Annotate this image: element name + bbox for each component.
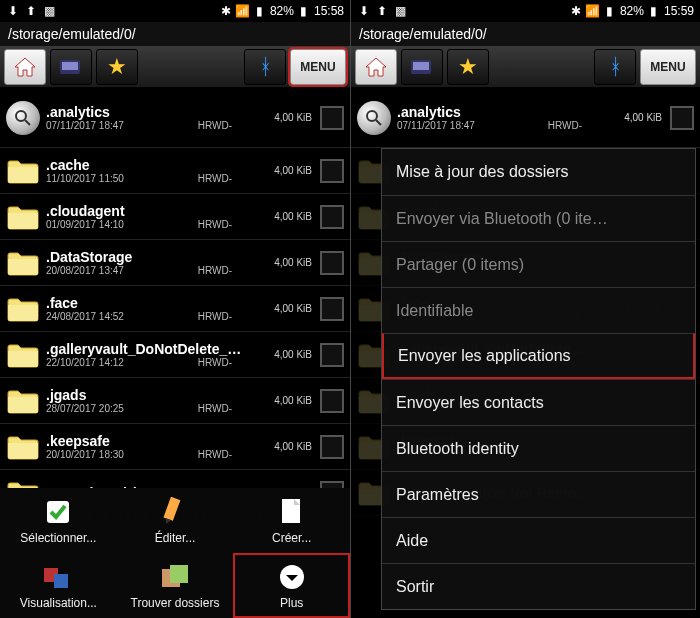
file-checkbox[interactable] — [320, 481, 344, 489]
file-checkbox[interactable] — [320, 106, 344, 130]
file-perm: HRWD- — [198, 357, 232, 368]
file-text: .jgads28/07/2017 20:25HRWD- — [46, 387, 242, 414]
file-row[interactable]: .jgads28/07/2017 20:25HRWD-4,00 KiB — [0, 378, 350, 424]
bottom-menu-eye[interactable]: Visualisation... — [0, 553, 117, 618]
file-checkbox[interactable] — [320, 159, 344, 183]
file-text: .DataStorage20/08/2017 13:47HRWD- — [46, 249, 242, 276]
bottom-menu-label: Visualisation... — [20, 596, 97, 610]
file-date: 07/11/2017 18:47 — [46, 120, 124, 131]
menu-button[interactable]: MENU — [640, 49, 696, 85]
file-perm: HRWD- — [198, 449, 232, 460]
more-icon — [276, 561, 308, 593]
status-bar: ⬇ ⬆ ▩ ✱ 📶 ▮ 82% ▮ 15:59 — [351, 0, 700, 22]
favorites-button[interactable]: ★ — [447, 49, 489, 85]
context-menu-item[interactable]: Mise à jour des dossiers — [382, 149, 695, 195]
file-checkbox[interactable] — [320, 435, 344, 459]
file-checkbox[interactable] — [320, 389, 344, 413]
file-perm: HRWD- — [198, 265, 232, 276]
file-name: .cloudagent — [46, 203, 242, 219]
bottom-menu-pencil[interactable]: Éditer... — [117, 488, 234, 553]
file-row[interactable]: .cache11/10/2017 11:50HRWD-4,00 KiB — [0, 148, 350, 194]
upload-icon: ⬆ — [24, 4, 38, 18]
svg-line-17 — [376, 120, 381, 125]
svg-marker-0 — [15, 58, 35, 76]
folder-icon — [6, 202, 40, 232]
svg-point-16 — [367, 111, 377, 121]
file-date: 28/07/2017 20:25 — [46, 403, 124, 414]
file-size: 4,00 KiB — [242, 257, 312, 268]
bluetooth-button[interactable]: ᚼ — [244, 49, 286, 85]
file-name: .face — [46, 295, 242, 311]
path-bar[interactable]: /storage/emulated/0/ — [0, 22, 350, 46]
file-row[interactable]: .keepsafe20/10/2017 18:30HRWD-4,00 KiB — [0, 424, 350, 470]
context-menu-item[interactable]: Sortir — [382, 563, 695, 609]
screen-left: ⬇ ⬆ ▩ ✱ 📶 ▮ 82% ▮ 15:58 /storage/emulate… — [0, 0, 350, 618]
context-menu: Mise à jour des dossiersEnvoyer via Blue… — [381, 148, 696, 610]
home-button[interactable] — [355, 49, 397, 85]
file-name: .analytics — [46, 104, 242, 120]
context-menu-item[interactable]: Bluetooth identity — [382, 425, 695, 471]
file-row[interactable]: .face24/08/2017 14:52HRWD-4,00 KiB — [0, 286, 350, 332]
file-perm: HRWD- — [198, 219, 232, 230]
file-checkbox[interactable] — [320, 343, 344, 367]
context-menu-item[interactable]: Aide — [382, 517, 695, 563]
home-button[interactable] — [4, 49, 46, 85]
file-name: .analytics — [397, 104, 592, 120]
file-row[interactable]: .DataStorage20/08/2017 13:47HRWD-4,00 Ki… — [0, 240, 350, 286]
battery-icon: ▮ — [647, 4, 661, 18]
file-row[interactable]: .analytics07/11/2017 18:47HRWD-4,00 KiB — [351, 88, 700, 148]
download-icon: ⬇ — [357, 4, 371, 18]
favorites-button[interactable]: ★ — [96, 49, 138, 85]
path-bar[interactable]: /storage/emulated/0/ — [351, 22, 700, 46]
context-menu-item[interactable]: Identifiable — [382, 287, 695, 333]
file-date: 11/10/2017 11:50 — [46, 173, 124, 184]
file-checkbox[interactable] — [320, 297, 344, 321]
file-perm: HRWD- — [198, 120, 232, 131]
app-icon: ▩ — [42, 4, 56, 18]
file-row[interactable]: .LOCKitVault(Do Not Remove) — [0, 470, 350, 488]
toolbar: ★ ᚼ MENU — [0, 46, 350, 88]
file-list[interactable]: .analytics07/11/2017 18:47HRWD-4,00 KiB.… — [0, 88, 350, 488]
bluetooth-icon: ✱ — [219, 4, 233, 18]
bottom-menu: Sélectionner...Éditer...Créer...Visualis… — [0, 488, 350, 618]
file-date: 20/08/2017 13:47 — [46, 265, 124, 276]
file-name: .cache — [46, 157, 242, 173]
svg-point-3 — [16, 111, 26, 121]
file-perm: HRWD- — [198, 173, 232, 184]
file-row[interactable]: .galleryvault_DoNotDelete_150848921322/1… — [0, 332, 350, 378]
file-name: .keepsafe — [46, 433, 242, 449]
folder-icon — [6, 386, 40, 416]
file-size: 4,00 KiB — [242, 211, 312, 222]
battery-icon: ▮ — [297, 4, 311, 18]
file-row[interactable]: .analytics07/11/2017 18:47HRWD-4,00 KiB — [0, 88, 350, 148]
file-perm: HRWD- — [198, 403, 232, 414]
file-text: .cloudagent01/09/2017 14:10HRWD- — [46, 203, 242, 230]
clock-text: 15:59 — [664, 4, 694, 18]
wifi-icon: 📶 — [586, 4, 600, 18]
eye-icon — [42, 561, 74, 593]
screen-right: ⬇ ⬆ ▩ ✱ 📶 ▮ 82% ▮ 15:59 /storage/emulate… — [350, 0, 700, 618]
file-checkbox[interactable] — [670, 106, 694, 130]
file-text: .analytics07/11/2017 18:47HRWD- — [397, 104, 592, 131]
file-text: .galleryvault_DoNotDelete_150848921322/1… — [46, 341, 242, 368]
bottom-menu-label: Plus — [280, 596, 303, 610]
bottom-menu-label: Éditer... — [155, 531, 196, 545]
file-row[interactable]: .cloudagent01/09/2017 14:10HRWD-4,00 KiB — [0, 194, 350, 240]
context-menu-item[interactable]: Envoyer les contacts — [382, 379, 695, 425]
bottom-menu-cards[interactable]: Trouver dossiers — [117, 553, 234, 618]
bottom-menu-more[interactable]: Plus — [233, 553, 350, 618]
file-checkbox[interactable] — [320, 205, 344, 229]
bottom-menu-check[interactable]: Sélectionner... — [0, 488, 117, 553]
context-menu-item[interactable]: Partager (0 items) — [382, 241, 695, 287]
drives-button[interactable] — [401, 49, 443, 85]
path-text: /storage/emulated/0/ — [359, 26, 487, 42]
clock-text: 15:58 — [314, 4, 344, 18]
bottom-menu-page[interactable]: Créer... — [233, 488, 350, 553]
drives-button[interactable] — [50, 49, 92, 85]
bluetooth-button[interactable]: ᚼ — [594, 49, 636, 85]
context-menu-item[interactable]: Paramètres — [382, 471, 695, 517]
menu-button[interactable]: MENU — [290, 49, 346, 85]
context-menu-item[interactable]: Envoyer les applications — [382, 333, 695, 379]
file-checkbox[interactable] — [320, 251, 344, 275]
context-menu-item[interactable]: Envoyer via Bluetooth (0 ite… — [382, 195, 695, 241]
